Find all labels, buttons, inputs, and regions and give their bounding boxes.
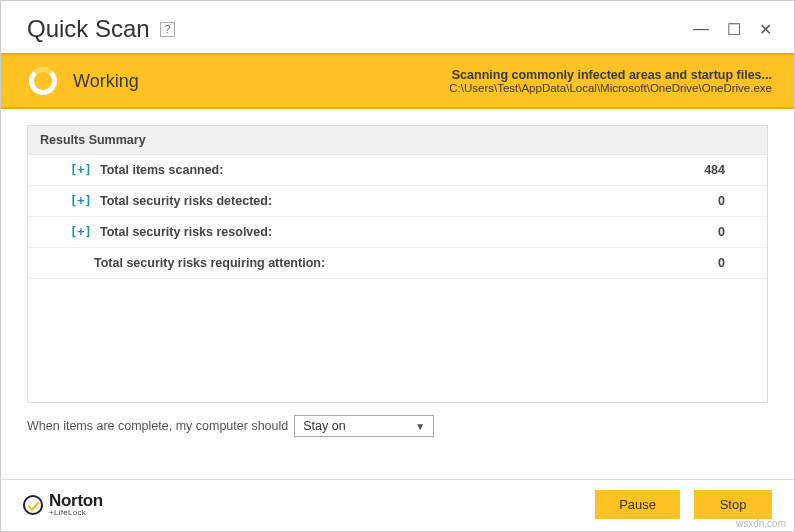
help-icon[interactable]: ? <box>160 22 175 37</box>
minimize-button[interactable]: — <box>693 20 709 39</box>
pause-button[interactable]: Pause <box>595 490 680 519</box>
status-label: Working <box>73 71 139 92</box>
summary-label: Total security risks resolved: <box>100 225 272 239</box>
spinner-icon <box>29 67 57 95</box>
summary-row-risks-detected: [+] Total security risks detected: 0 <box>28 186 767 217</box>
summary-value: 0 <box>718 225 755 239</box>
summary-row-risks-attention: Total security risks requiring attention… <box>28 248 767 279</box>
norton-logo: Norton +LifeLock <box>23 492 103 517</box>
logo-main-text: Norton <box>49 492 103 509</box>
checkmark-icon <box>23 495 43 515</box>
post-scan-select[interactable]: Stay on ▼ <box>294 415 434 437</box>
post-scan-selected: Stay on <box>303 419 345 433</box>
scan-current-file: C:\Users\Test\AppData\Local\Microsoft\On… <box>449 82 772 94</box>
summary-value: 0 <box>718 256 755 270</box>
results-summary-panel: Results Summary [+] Total items scanned:… <box>27 125 768 403</box>
expand-icon[interactable]: [+] <box>70 163 90 177</box>
summary-row-items-scanned: [+] Total items scanned: 484 <box>28 155 767 186</box>
results-summary-header: Results Summary <box>28 126 767 155</box>
summary-label: Total security risks requiring attention… <box>94 256 325 270</box>
summary-value: 484 <box>704 163 755 177</box>
expand-icon[interactable]: [+] <box>70 225 90 239</box>
close-button[interactable]: ✕ <box>759 20 772 39</box>
scan-status-title: Scanning commonly infected areas and sta… <box>449 68 772 82</box>
summary-label: Total security risks detected: <box>100 194 272 208</box>
expand-icon[interactable]: [+] <box>70 194 90 208</box>
post-scan-prompt: When items are complete, my computer sho… <box>27 419 288 433</box>
stop-button[interactable]: Stop <box>694 490 772 519</box>
chevron-down-icon: ▼ <box>415 421 425 432</box>
maximize-button[interactable]: ☐ <box>727 20 741 39</box>
status-banner: Working Scanning commonly infected areas… <box>1 53 794 109</box>
summary-row-risks-resolved: [+] Total security risks resolved: 0 <box>28 217 767 248</box>
summary-value: 0 <box>718 194 755 208</box>
watermark: wsxdn.com <box>736 518 786 529</box>
logo-sub-text: +LifeLock <box>49 509 103 517</box>
page-title: Quick Scan <box>27 15 150 43</box>
summary-label: Total items scanned: <box>100 163 223 177</box>
